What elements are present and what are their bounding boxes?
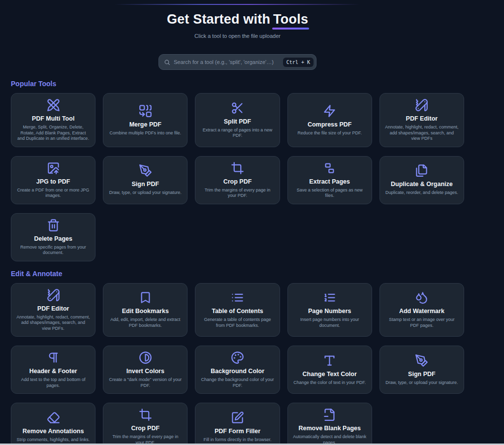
- tool-title: Crop PDF: [223, 178, 252, 186]
- tool-title: Remove Blank Pages: [298, 425, 360, 432]
- tool-title: Delete Pages: [34, 235, 72, 243]
- tool-description: Draw, type, or upload your signature.: [109, 190, 182, 196]
- tool-title: PDF Multi Tool: [32, 115, 75, 123]
- tool-card-split-pdf[interactable]: Split PDFExtract a range of pages into a…: [195, 93, 280, 147]
- droplets-icon: [415, 291, 428, 304]
- tool-title: Header & Footer: [29, 368, 77, 375]
- tool-title: Background Color: [211, 368, 264, 375]
- list-ordered-icon: [323, 291, 336, 304]
- tool-description: Add, edit, import, delete and extract PD…: [108, 317, 182, 328]
- tool-title: Invert Colors: [126, 368, 164, 375]
- tool-description: Duplicate, reorder, and delete pages.: [385, 190, 458, 196]
- tool-card-header-footer[interactable]: Header & FooterAdd text to the top and b…: [11, 346, 95, 394]
- tool-title: JPG to PDF: [36, 178, 70, 186]
- tool-card-sign-pdf[interactable]: Sign PDFDraw, type, or upload your signa…: [379, 346, 464, 394]
- multi-tool-icon: [47, 98, 60, 112]
- tool-card-crop-pdf[interactable]: Crop PDFTrim the margins of every page i…: [103, 403, 188, 445]
- tool-title: Merge PDF: [129, 121, 161, 128]
- tool-card-table-of-contents[interactable]: Table of ContentsGenerate a table of con…: [195, 283, 280, 337]
- page-title-highlight: Tools: [273, 12, 308, 27]
- page-title-prefix: Get Started with: [167, 12, 270, 27]
- tool-description: Create a PDF from one or more JPG images…: [16, 188, 90, 199]
- ungroup-icon: [323, 161, 336, 175]
- tool-card-page-numbers[interactable]: Page NumbersInsert page numbers into you…: [287, 283, 372, 337]
- tool-card-crop-pdf[interactable]: Crop PDFTrim the margins of every page i…: [195, 156, 280, 204]
- tool-grid: PDF Multi ToolMerge, Split, Organize, De…: [11, 93, 464, 261]
- top-gradient-divider: [114, 4, 360, 5]
- tool-description: Add text to the top and bottom of pages.: [16, 377, 90, 388]
- image-up-icon: [47, 161, 60, 175]
- tool-description: Stamp text or an image over your PDF pag…: [385, 317, 459, 328]
- tool-description: Remove specific pages from your document…: [16, 245, 90, 256]
- type-icon: [323, 354, 336, 367]
- combine-icon: [139, 104, 152, 118]
- page-title: Get Started withTools: [11, 12, 464, 27]
- tool-card-invert-colors[interactable]: Invert ColorsCreate a "dark mode" versio…: [103, 346, 188, 394]
- tool-card-duplicate-organize[interactable]: Duplicate & OrganizeDuplicate, reorder, …: [379, 156, 464, 204]
- tool-card-remove-blank-pages[interactable]: Remove Blank PagesAutomatically detect a…: [287, 403, 372, 445]
- tool-title: Duplicate & Organize: [391, 181, 453, 188]
- file-minus-icon: [323, 408, 336, 421]
- tool-card-pdf-form-filler[interactable]: PDF Form FillerFill in forms directly in…: [195, 403, 280, 445]
- tool-title: PDF Editor: [37, 305, 69, 313]
- tool-card-change-text-color[interactable]: Change Text ColorChange the color of tex…: [287, 346, 372, 394]
- search-input[interactable]: [174, 59, 280, 65]
- tool-description: Reduce the file size of your PDF.: [297, 130, 362, 136]
- tool-description: Extract a range of pages into a new PDF.: [200, 127, 274, 139]
- tool-card-sign-pdf[interactable]: Sign PDFDraw, type, or upload your signa…: [103, 156, 188, 204]
- tool-description: Generate a table of contents page from P…: [200, 317, 274, 328]
- tool-description: Change the background color of your PDF.: [200, 377, 274, 388]
- tool-card-background-color[interactable]: Background ColorChange the background co…: [195, 346, 280, 394]
- tool-description: Draw, type, or upload your signature.: [385, 380, 458, 386]
- search-icon: [164, 59, 170, 65]
- tool-card-compress-pdf[interactable]: Compress PDFReduce the file size of your…: [287, 93, 372, 147]
- tool-card-merge-pdf[interactable]: Merge PDFCombine multiple PDFs into one …: [103, 93, 188, 147]
- tool-title: Crop PDF: [131, 425, 159, 432]
- pocket-knife-icon: [415, 98, 428, 112]
- tool-card-pdf-editor[interactable]: PDF EditorAnnotate, highlight, redact, c…: [11, 283, 95, 337]
- tool-grid: PDF EditorAnnotate, highlight, redact, c…: [11, 283, 464, 445]
- tool-title: Remove Annotations: [23, 428, 84, 435]
- tool-title: Extract Pages: [309, 178, 350, 186]
- section-label: Edit & Annotate: [11, 270, 464, 278]
- contrast-icon: [139, 351, 152, 364]
- tool-search-bar[interactable]: Ctrl + K: [158, 54, 316, 70]
- tool-card-edit-bookmarks[interactable]: Edit BookmarksAdd, edit, import, delete …: [103, 283, 188, 337]
- tool-description: Combine multiple PDFs into one file.: [110, 130, 182, 136]
- tool-title: PDF Editor: [406, 115, 438, 123]
- tool-card-extract-pages[interactable]: Extract PagesSave a selection of pages a…: [287, 156, 372, 204]
- keyboard-shortcut-badge: Ctrl + K: [283, 58, 314, 67]
- tool-card-remove-annotations[interactable]: Remove AnnotationsStrip comments, highli…: [11, 403, 95, 445]
- tool-card-pdf-editor[interactable]: PDF EditorAnnotate, highlight, redact, c…: [379, 93, 464, 147]
- section-label: Popular Tools: [11, 80, 464, 88]
- scissors-icon: [231, 101, 244, 115]
- tool-description: Merge, Split, Organize, Delete, Rotate, …: [16, 125, 90, 142]
- tool-title: Edit Bookmarks: [122, 308, 169, 315]
- tool-description: Annotate, highlight, redact, comment, ad…: [16, 315, 90, 332]
- tool-description: Create a "dark mode" version of your PDF…: [108, 377, 182, 388]
- tool-title: Split PDF: [224, 118, 252, 126]
- tool-title: Add Watermark: [399, 308, 444, 315]
- tool-description: Annotate, highlight, redact, comment, ad…: [385, 125, 459, 142]
- tool-title: Change Text Color: [303, 371, 357, 378]
- tool-title: Sign PDF: [408, 371, 436, 378]
- tool-card-delete-pages[interactable]: Delete PagesRemove specific pages from y…: [11, 213, 95, 261]
- tool-card-add-watermark[interactable]: Add WatermarkStamp text or an image over…: [379, 283, 464, 337]
- eraser-icon: [47, 411, 60, 424]
- pocket-knife-icon: [47, 288, 60, 302]
- bookmark-icon: [139, 291, 152, 304]
- tool-description: Save a selection of pages as new files.: [293, 188, 367, 199]
- crop-icon: [231, 161, 244, 175]
- section-popular-tools: Popular ToolsPDF Multi ToolMerge, Split,…: [11, 80, 464, 261]
- list-icon: [231, 291, 244, 304]
- tool-description: Strip comments, highlights, and links.: [17, 437, 90, 443]
- tool-card-jpg-to-pdf[interactable]: JPG to PDFCreate a PDF from one or more …: [11, 156, 95, 204]
- tool-title: PDF Form Filler: [215, 428, 260, 435]
- pen-tool-icon: [415, 354, 428, 367]
- tool-title: Sign PDF: [132, 181, 159, 188]
- tool-title: Compress PDF: [308, 121, 352, 128]
- tool-description: Trim the margins of every page in your P…: [200, 188, 274, 199]
- tool-description: Insert page numbers into your document.: [293, 317, 367, 328]
- palette-icon: [231, 351, 244, 364]
- tool-card-pdf-multi-tool[interactable]: PDF Multi ToolMerge, Split, Organize, De…: [11, 93, 95, 147]
